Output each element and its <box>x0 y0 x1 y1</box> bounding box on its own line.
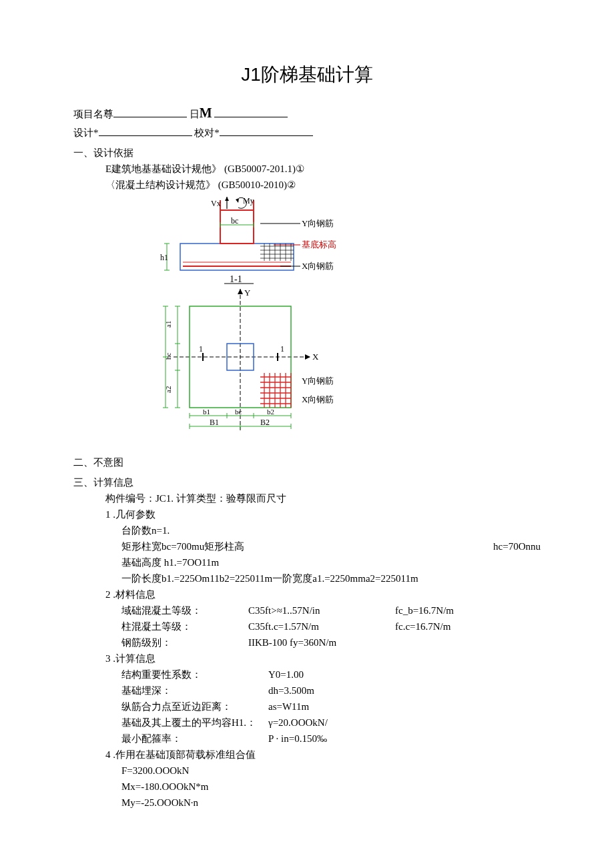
label-my: My <box>243 197 254 205</box>
g1-line3: 基础高度 h1.=7OO11m <box>73 554 541 570</box>
g3-r5a: 最小配箍率： <box>121 731 268 747</box>
g3-r3: 纵筋合力点至近边距离：as=W11m <box>73 699 541 715</box>
g2-r1c: fc_b=16.7N/m <box>395 602 541 618</box>
axis-y: Y <box>244 288 251 298</box>
dim-bc: bc <box>231 216 238 226</box>
check-blank <box>220 125 313 136</box>
check-label: 校对* <box>194 127 220 138</box>
label-ybar-bot: Y向钢筋 <box>302 376 334 386</box>
section-tag: 1-1 <box>230 274 242 284</box>
g3-r1a: 结构重要性系数： <box>121 667 268 683</box>
g3-r5b: P · in=0.150‰ <box>268 731 541 747</box>
g2-r2c: fc.c=16.7N/m <box>395 618 541 634</box>
dim-b1: b1 <box>203 408 210 416</box>
g3-r2a: 基础埋深： <box>121 683 268 699</box>
g3-r2: 基础埋深：dh=3.500m <box>73 683 541 699</box>
svg-marker-9 <box>236 198 239 203</box>
g4-l3: My=-25.OOOkN·n <box>73 795 541 811</box>
project-row: 项目名尊 日M <box>73 102 541 123</box>
group-2-heading: 2 .材料信息 <box>73 586 541 602</box>
project-label: 项目名尊 <box>73 109 113 119</box>
g2-r3a: 钢筋级别： <box>121 634 248 650</box>
g3-r4: 基础及其上覆土的平均容H1.：γ=20.OOOkN/ <box>73 715 541 731</box>
g2-r3b: IIKB-100 fy=360N/m <box>248 634 395 650</box>
dim-a2s: a2 <box>164 386 172 392</box>
g1-l2a: 矩形柱宽bc=700mu矩形柱高 <box>121 538 244 554</box>
cut-1l: 1 <box>199 344 203 354</box>
dim-bc2: bc <box>235 408 242 416</box>
g3-r4a: 基础及其上覆土的平均容H1.： <box>121 715 268 731</box>
component-no: 构件编号：JC1. 计算类型：验尊限而尺寸 <box>73 490 541 506</box>
g2-row1: 域础混凝土等级： C35ft>≈1..57N/in fc_b=16.7N/m <box>73 602 541 618</box>
project-blank <box>113 106 187 117</box>
g3-r3b: as=W11m <box>268 699 541 715</box>
date-label: 日 <box>190 109 200 119</box>
group-1-heading: 1 .几何参数 <box>73 506 541 522</box>
axis-x: X <box>312 352 319 362</box>
g4-l2: Mx=-180.OOOkN*m <box>73 779 541 795</box>
dim-hc: hc <box>164 352 172 360</box>
g4-l1: F=3200.OOOkN <box>73 763 541 779</box>
design-blank <box>99 125 192 136</box>
g2-r1b: C35ft>≈1..57N/in <box>248 602 395 618</box>
g3-r1b: Y0=1.00 <box>268 667 541 683</box>
design-label: 设计* <box>73 127 99 138</box>
dim-b2: b2 <box>267 408 274 416</box>
dim-h1: h1 <box>160 253 168 262</box>
g1-line1: 台阶数n=1. <box>73 522 541 538</box>
g3-r5: 最小配箍率：P · in=0.150‰ <box>73 731 541 747</box>
dim-B2: B2 <box>260 418 270 427</box>
g2-r2a: 柱混凝土等级： <box>121 618 248 634</box>
basis-line-1: E建筑地基基础设计规他》 (GB50007-201.1)① <box>73 161 541 177</box>
designer-row: 设计* 校对* <box>73 125 541 141</box>
m-glyph: M <box>200 105 212 120</box>
g1-l2b: hc=70Onnu <box>493 538 541 554</box>
dim-a1s: a1 <box>164 320 172 327</box>
section-2-heading: 二、不意图 <box>73 454 541 470</box>
diagram: h1 Vx My bc Y向钢筋 基底标高 X向钢筋 1-1 Y X <box>160 197 541 450</box>
basis-line-2: 〈混凝土结构设计规范》 (GB50010-2010)② <box>73 177 541 193</box>
label-xbar-top: X向钢筋 <box>302 261 334 271</box>
svg-rect-4 <box>220 210 254 244</box>
g1-line4: 一阶长度b1.=225Om11b2=225011m一阶宽度a1.=2250mma… <box>73 570 541 586</box>
label-base: 基底标高 <box>302 240 336 250</box>
g2-r2b: C35ft.c=1.57N/m <box>248 618 395 634</box>
label-vx: Vx <box>211 199 221 208</box>
g2-row2: 柱混凝土等级： C35ft.c=1.57N/m fc.c=16.7N/m <box>73 618 541 634</box>
g3-r1: 结构重要性系数：Y0=1.00 <box>73 667 541 683</box>
g3-r3a: 纵筋合力点至近边距离： <box>121 699 268 715</box>
g1-line2: 矩形柱宽bc=700mu矩形柱高 hc=70Onnu <box>73 538 541 554</box>
label-ybar-top: Y向钢筋 <box>302 218 334 228</box>
svg-marker-32 <box>305 354 310 360</box>
group-3-heading: 3 .计算信息 <box>73 650 541 667</box>
date-blank <box>214 106 288 117</box>
g2-row3: 钢筋级别： IIKB-100 fy=360N/m <box>73 634 541 650</box>
page-title: J1阶梯基础计算 <box>73 60 541 90</box>
g3-r4b: γ=20.OOOkN/ <box>268 715 541 731</box>
section-1-heading: 一、设计依据 <box>73 145 541 161</box>
group-4-heading: 4 .作用在基础顶部荷载标准组合值 <box>73 747 541 763</box>
svg-marker-30 <box>238 289 243 294</box>
g2-r1a: 域础混凝土等级： <box>121 602 248 618</box>
svg-marker-8 <box>225 197 229 201</box>
section-3-heading: 三、计算信息 <box>73 474 541 490</box>
label-xbar-bot: X向钢筋 <box>302 394 334 404</box>
cut-1r: 1 <box>280 344 284 354</box>
dim-B1: B1 <box>210 418 219 427</box>
g3-r2b: dh=3.500m <box>268 683 541 699</box>
